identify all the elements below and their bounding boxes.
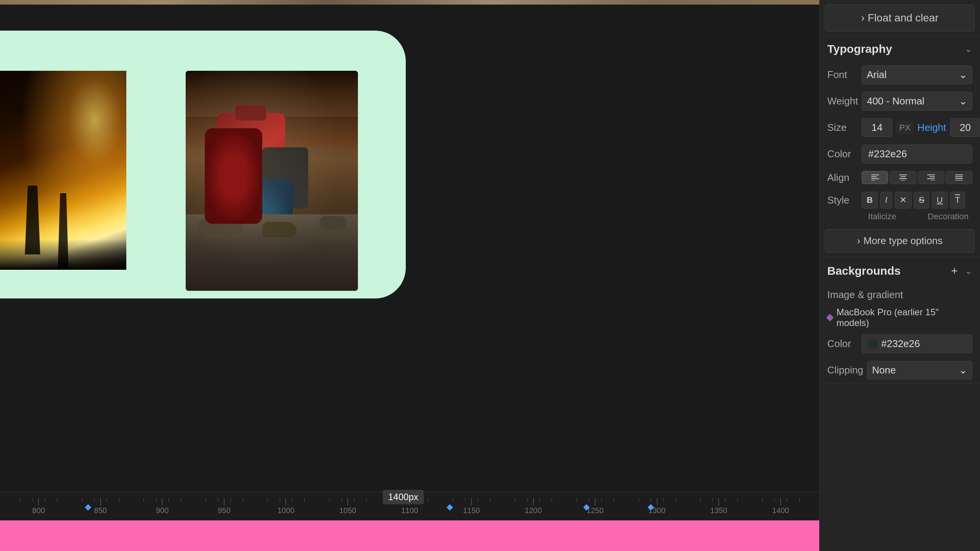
style-italic-button[interactable]: I <box>880 192 892 209</box>
typography-chevron-icon: ⌄ <box>965 44 972 54</box>
height-input[interactable] <box>950 118 980 137</box>
svg-rect-0 <box>871 174 879 175</box>
ruler-segment: 850 <box>70 498 132 520</box>
height-label: Height <box>917 122 946 134</box>
svg-rect-13 <box>955 176 963 177</box>
svg-rect-3 <box>871 180 875 181</box>
style-italic-icon: I <box>885 195 887 205</box>
weight-label: Weight <box>827 95 858 107</box>
svg-rect-2 <box>871 178 879 179</box>
ruler-segment: 800 <box>8 498 70 520</box>
photo-backpacks <box>186 71 358 291</box>
device-name: MacBook Pro (earlier 15" models) <box>836 307 972 328</box>
svg-rect-9 <box>929 176 935 177</box>
backgrounds-chevron-icon: ⌄ <box>965 266 972 276</box>
chevron-right-icon: › <box>861 12 864 24</box>
align-buttons <box>862 171 972 184</box>
style-underline-button[interactable]: U <box>932 192 948 209</box>
color-row: Color #232e26 <box>820 141 980 167</box>
clipping-dropdown-icon: ⌄ <box>959 364 967 376</box>
canvas-area: 8008509009501000105011001150120012501300… <box>0 0 819 551</box>
svg-rect-4 <box>899 174 907 175</box>
backgrounds-title: Backgrounds <box>827 264 901 277</box>
font-row: Font Arial ⌄ <box>820 62 980 88</box>
float-clear-button[interactable]: › Float and clear <box>825 5 975 31</box>
color-input[interactable]: #232e26 <box>862 145 972 163</box>
style-strike-icon: S <box>919 195 924 205</box>
style-labels: Italicize Decoration <box>827 212 972 222</box>
backgrounds-header-actions: + ⌄ <box>948 263 972 279</box>
font-select[interactable]: Arial ⌄ <box>862 65 972 84</box>
size-row: Size PX Height PX <box>820 114 980 141</box>
decoration-label: Decoration <box>924 212 973 222</box>
style-bold-icon: B <box>867 195 873 205</box>
align-label: Align <box>827 172 858 184</box>
weight-value: 400 - Normal <box>867 95 924 107</box>
italicize-label: Italicize <box>858 212 906 222</box>
style-controls: B I ✕ S U T <box>862 192 965 209</box>
ruler-segment: 950 <box>193 498 255 520</box>
font-label: Font <box>827 69 858 81</box>
clipping-select[interactable]: None ⌄ <box>867 361 972 380</box>
canvas-content: 8008509009501000105011001150120012501300… <box>0 0 819 520</box>
more-options-label: More type options <box>864 235 943 247</box>
typography-header[interactable]: Typography ⌄ <box>820 36 980 62</box>
style-label: Style <box>827 194 858 206</box>
font-dropdown-icon: ⌄ <box>959 69 967 81</box>
size-input[interactable] <box>862 118 892 137</box>
bg-color-row: Color #232e26 <box>820 331 980 357</box>
ruler-segment: 1250 <box>564 498 626 520</box>
svg-rect-6 <box>899 178 907 179</box>
bg-color-input[interactable]: #232e26 <box>862 334 972 353</box>
ruler-segment: 1050 <box>317 498 379 520</box>
svg-rect-1 <box>871 176 877 177</box>
ruler-segment: 1350 <box>688 498 750 520</box>
typography-title: Typography <box>827 42 892 55</box>
style-clear-button[interactable]: ✕ <box>895 192 911 209</box>
align-right-button[interactable] <box>918 171 944 184</box>
ruler-segment: 1200 <box>502 498 564 520</box>
align-row: Align <box>820 167 980 188</box>
device-indicator: MacBook Pro (earlier 15" models) <box>820 305 980 331</box>
bg-color-value: #232e26 <box>881 338 920 350</box>
device-diamond-icon <box>826 314 834 321</box>
weight-dropdown-icon: ⌄ <box>959 95 967 107</box>
float-clear-label: Float and clear <box>868 12 939 24</box>
image-gradient-row: Image & gradient <box>820 285 980 305</box>
add-background-button[interactable]: + <box>948 263 961 279</box>
style-overline-button[interactable]: T <box>950 192 965 209</box>
svg-rect-10 <box>927 178 935 179</box>
float-clear-section: › Float and clear <box>820 0 980 36</box>
font-value: Arial <box>867 69 887 81</box>
weight-select[interactable]: 400 - Normal ⌄ <box>862 92 972 111</box>
svg-rect-11 <box>931 180 935 181</box>
top-image-strip <box>0 0 819 5</box>
svg-rect-15 <box>955 180 963 181</box>
style-underline-icon: U <box>937 195 943 205</box>
svg-rect-7 <box>901 180 905 181</box>
backgrounds-section: Backgrounds + ⌄ Image & gradient MacBook… <box>820 257 980 384</box>
more-type-options-button[interactable]: › More type options <box>825 229 975 253</box>
size-unit: PX <box>896 121 913 134</box>
ruler-segment: 1000 <box>255 498 317 520</box>
style-strikethrough-button[interactable]: S <box>914 192 929 209</box>
more-options-chevron-icon: › <box>857 235 861 247</box>
weight-row: Weight 400 - Normal ⌄ <box>820 88 980 114</box>
style-clear-icon: ✕ <box>900 195 906 205</box>
bg-color-label: Color <box>827 338 858 350</box>
right-panel: › Float and clear Typography ⌄ Font Aria… <box>819 0 980 551</box>
svg-rect-12 <box>955 174 963 175</box>
align-left-button[interactable] <box>862 171 888 184</box>
align-center-button[interactable] <box>890 171 916 184</box>
color-label: Color <box>827 148 858 160</box>
svg-rect-5 <box>900 176 906 177</box>
style-overline-icon: T <box>955 195 960 205</box>
ruler-segment: 1300 <box>626 498 688 520</box>
ruler-segment: 1400 <box>750 498 812 520</box>
ruler-segment: 900 <box>131 498 193 520</box>
style-bold-button[interactable]: B <box>862 192 878 209</box>
px-tooltip: 1400px <box>383 490 424 504</box>
backgrounds-header[interactable]: Backgrounds + ⌄ <box>820 257 980 285</box>
svg-rect-8 <box>927 174 935 175</box>
align-justify-button[interactable] <box>946 171 972 184</box>
